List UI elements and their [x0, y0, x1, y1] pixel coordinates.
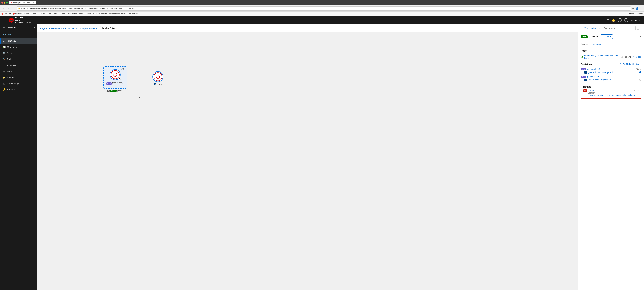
- builds-icon: 🔨: [3, 58, 6, 60]
- route-url-link[interactable]: http://greeter-pipelines-demos.apps.gcp.…: [588, 94, 639, 96]
- project-chevron-icon: ▾: [65, 27, 66, 30]
- bell-icon[interactable]: 🔔: [612, 19, 615, 22]
- nexus-sync-icon: [156, 74, 160, 79]
- rev1-name-link[interactable]: greeter-tcksy-1: [587, 68, 635, 70]
- bookmark-redhat-external[interactable]: 🔴 Red Hat External: [13, 13, 30, 15]
- route-name-link[interactable]: greeter: [588, 90, 594, 92]
- sidebar-item-builds[interactable]: 🔨 Builds: [0, 56, 37, 62]
- sidebar: <> Developer ▾ + + Add ⬡ Topology 📊 Moni…: [0, 24, 37, 290]
- greeter-name: greeter: [117, 90, 123, 92]
- panel-body: Pods greeter-tcksy-1-deployment-fcc575d5…: [578, 48, 644, 290]
- sidebar-item-search[interactable]: 🔍 Search: [0, 50, 37, 56]
- list-view-icon[interactable]: ≡: [599, 27, 600, 30]
- menu-icon[interactable]: ⋮: [640, 7, 642, 10]
- close-window-btn[interactable]: [1, 2, 3, 4]
- maximize-window-btn[interactable]: [6, 2, 8, 4]
- nexus-node[interactable]: D nexus: [152, 71, 163, 85]
- greeter-node-box[interactable]: 100% ↗: [103, 66, 127, 88]
- routes-section: Routes RT greeter 100% Location:: [581, 83, 641, 98]
- keyboard-shortcut-icon: /: [637, 27, 639, 30]
- reload-btn[interactable]: ↻: [12, 7, 15, 10]
- revisions-section-title: Revisions: [581, 63, 592, 66]
- active-tab[interactable]: T Topology · Red Hat C... ×: [9, 1, 36, 4]
- logo-text: Red Hat OpenShift Container Platform: [15, 16, 31, 24]
- tab-favicon: T: [11, 2, 12, 4]
- greeter-node[interactable]: 100% ↗: [103, 66, 127, 92]
- bookmark-github[interactable]: GitHub: [40, 13, 46, 15]
- bookmark-other[interactable]: Other bookmark: [629, 13, 643, 15]
- tab-details[interactable]: Details: [581, 41, 588, 47]
- bookmark-aws[interactable]: AWS: [48, 13, 52, 15]
- add-icon: +: [3, 33, 4, 36]
- rev2-name-link[interactable]: greeter-bt6kb: [587, 76, 640, 78]
- bookmark-dockerhub[interactable]: Docker Hub: [128, 13, 138, 15]
- user-chevron-icon: ▾: [640, 19, 641, 21]
- topology-canvas[interactable]: 100% ↗: [37, 32, 578, 290]
- info-icon[interactable]: ℹ: [640, 27, 641, 30]
- bookmark-presentation[interactable]: Presentation Resou...: [67, 13, 85, 15]
- actions-button[interactable]: Actions ▾: [601, 34, 613, 39]
- panel-header: KSVC greeter Actions ▾ ×: [578, 32, 644, 41]
- window-controls: [1, 2, 8, 4]
- sidebar-item-monitoring[interactable]: 📊 Monitoring: [0, 44, 37, 50]
- dep1-name-link[interactable]: greeter-tcksy-1-deployment: [588, 71, 638, 74]
- bookmark-quay[interactable]: Repositories · Quay: [110, 13, 126, 15]
- grid-icon[interactable]: ⊞: [607, 19, 609, 22]
- nexus-inner-ring: [154, 72, 162, 81]
- route-location-label: Location:: [588, 92, 639, 94]
- url-text: console.openshift-console.apps.gcp.kames…: [21, 8, 626, 10]
- dep1-status-indicator: [639, 71, 641, 73]
- hamburger-menu-btn[interactable]: ☰: [3, 18, 6, 22]
- user-menu[interactable]: ocpadmin ▾: [631, 19, 641, 21]
- app-selector[interactable]: Application: all applications ▾: [68, 27, 97, 30]
- node-open-icon[interactable]: ↗: [118, 77, 121, 80]
- sidebar-item-monitoring-label: Monitoring: [7, 46, 18, 48]
- sidebar-add-btn[interactable]: + + Add: [0, 31, 37, 38]
- new-tab-btn[interactable]: +: [37, 1, 39, 4]
- bookmark-azure[interactable]: Azure: [54, 13, 58, 15]
- bookmark-redhat[interactable]: 🔴 Red Hat: [1, 13, 11, 15]
- address-bar[interactable]: 🔒 console.openshift-console.apps.gcp.kam…: [16, 6, 631, 10]
- find-by-name-input[interactable]: [602, 26, 636, 30]
- config-maps-icon: ⊞: [3, 82, 6, 85]
- app-label: Application: all applications: [68, 27, 95, 30]
- external-link-icon[interactable]: ↗: [124, 67, 126, 70]
- bookmark-docs[interactable]: Docs: [60, 13, 65, 15]
- view-logs-link[interactable]: View logs: [633, 56, 641, 58]
- sidebar-item-helm[interactable]: ⎈ Helm: [0, 68, 37, 74]
- extensions-icon[interactable]: ⊞: [632, 7, 634, 10]
- view-shortcuts-link[interactable]: View shortcuts: [584, 27, 598, 30]
- tab-close-btn[interactable]: ×: [33, 2, 34, 4]
- pod-name-link[interactable]: greeter-tcksy-1-deployment-fcc575d5f-2cd…: [584, 54, 620, 59]
- sidebar-item-builds-label: Builds: [7, 58, 13, 60]
- bookmark-redhat-registry[interactable]: Red Hat Registry: [93, 13, 108, 15]
- panel-close-btn[interactable]: ×: [640, 35, 641, 38]
- profile-icon[interactable]: 👤: [636, 7, 638, 10]
- dep2-name-link[interactable]: greeter-bt6kb-deployment: [588, 78, 638, 81]
- panel-tabs: Details Resources: [578, 41, 644, 48]
- sidebar-item-topology[interactable]: ⬡ Topology: [0, 38, 37, 44]
- nexus-label-row: D nexus: [154, 83, 162, 85]
- plus-circle-icon[interactable]: +: [618, 18, 622, 22]
- browser-chrome: T Topology · Red Hat C... × +: [0, 0, 644, 6]
- project-selector[interactable]: Project: pipelines-demos ▾: [40, 27, 66, 30]
- rev1-badge: REV: [581, 68, 586, 70]
- nexus-box[interactable]: D nexus: [152, 71, 163, 85]
- developer-toggle[interactable]: <> Developer ▾: [0, 24, 37, 31]
- sidebar-item-secrets[interactable]: 🔑 Secrets: [0, 86, 37, 93]
- set-traffic-distribution-btn[interactable]: Set Traffic Distribution: [618, 62, 641, 66]
- minimize-window-btn[interactable]: [4, 2, 6, 4]
- bookmark-google[interactable]: Google: [32, 13, 38, 15]
- tab-resources[interactable]: Resources: [591, 41, 602, 47]
- question-icon[interactable]: ?: [624, 18, 628, 22]
- back-btn[interactable]: ←: [2, 7, 6, 10]
- bookmark-tools[interactable]: Tools: [87, 13, 91, 15]
- bookmark-star-icon[interactable]: ☆: [627, 7, 630, 10]
- display-options-btn[interactable]: Display Options ▾: [100, 26, 120, 30]
- sidebar-item-pipelines[interactable]: ▷ Pipelines: [0, 62, 37, 68]
- developer-icon: <>: [3, 26, 5, 29]
- sidebar-item-config-maps[interactable]: ⊞ Config Maps: [0, 80, 37, 86]
- sidebar-item-project[interactable]: 📁 Project: [0, 74, 37, 80]
- forward-btn[interactable]: →: [7, 7, 10, 10]
- panel-ksvc-badge: KSVC: [581, 36, 588, 38]
